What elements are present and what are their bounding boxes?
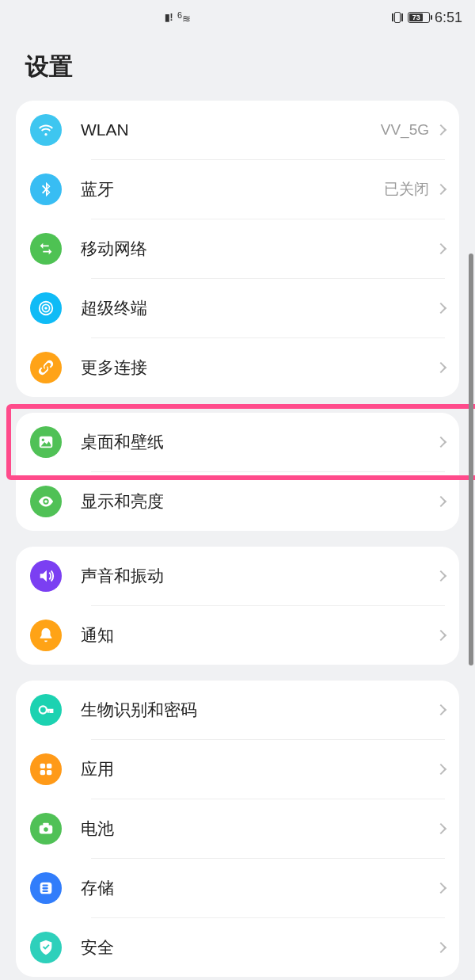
clock: 6:51	[435, 10, 462, 26]
chevron-right-icon	[435, 243, 446, 254]
row-label: 移动网络	[81, 238, 437, 260]
settings-row-biometrics-password[interactable]: 生物识别和密码	[16, 681, 459, 739]
settings-row-super-device[interactable]: 超级终端	[16, 279, 459, 337]
settings-group: 生物识别和密码 应用 电池 存储	[16, 681, 459, 977]
chevron-right-icon	[435, 823, 446, 834]
row-label: 桌面和壁纸	[81, 431, 437, 453]
key-icon	[30, 694, 62, 726]
image-icon	[30, 426, 62, 458]
page-header: 设置	[0, 35, 475, 101]
status-bar: ▮! 6≋ 73 6:51	[0, 0, 475, 35]
settings-row-home-wallpaper[interactable]: 桌面和壁纸	[16, 413, 459, 471]
row-label: 声音和振动	[81, 565, 437, 587]
row-label: 安全	[81, 936, 437, 959]
bell-icon	[30, 620, 62, 651]
link-icon	[30, 352, 62, 383]
row-value: VV_5G	[381, 121, 429, 139]
row-label: 超级终端	[81, 297, 437, 319]
settings-row-mobile-network[interactable]: 移动网络	[16, 219, 459, 278]
sim-alert-icon: ▮!	[163, 11, 174, 24]
settings-group: 桌面和壁纸 显示和亮度	[16, 413, 459, 531]
row-label: 更多连接	[81, 357, 437, 379]
settings-row-battery[interactable]: 电池	[16, 799, 459, 858]
stack-icon	[30, 872, 62, 904]
grid-icon	[30, 753, 62, 785]
arrows-icon	[30, 233, 62, 265]
settings-row-display-brightness[interactable]: 显示和亮度	[16, 472, 459, 531]
settings-row-security[interactable]: 安全	[16, 918, 459, 977]
eye-icon	[30, 486, 62, 517]
settings-row-more-connections[interactable]: 更多连接	[16, 338, 459, 397]
bluetooth-icon	[30, 174, 62, 205]
chevron-right-icon	[435, 883, 446, 894]
status-right: 73 6:51	[392, 10, 462, 26]
settings-row-storage[interactable]: 存储	[16, 859, 459, 917]
settings-row-sound-vibration[interactable]: 声音和振动	[16, 547, 459, 605]
battery-icon: 73	[408, 12, 430, 23]
chevron-right-icon	[435, 704, 446, 715]
settings-row-apps[interactable]: 应用	[16, 740, 459, 799]
chevron-right-icon	[435, 303, 446, 314]
status-left: ▮! 6≋	[13, 10, 392, 25]
camera-icon	[30, 813, 62, 845]
settings-row-notifications[interactable]: 通知	[16, 606, 459, 665]
chevron-right-icon	[435, 496, 446, 507]
shield-icon	[30, 932, 62, 963]
row-label: 通知	[81, 624, 437, 646]
vibrate-icon	[392, 12, 403, 23]
row-label: 存储	[81, 877, 437, 899]
row-value: 已关闭	[384, 179, 429, 200]
chevron-right-icon	[435, 184, 446, 195]
settings-row-wlan[interactable]: WLAN VV_5G	[16, 101, 459, 159]
chevron-right-icon	[435, 942, 446, 953]
page-title: 设置	[25, 51, 450, 83]
chevron-right-icon	[435, 124, 446, 135]
speaker-icon	[30, 560, 62, 592]
row-label: 生物识别和密码	[81, 699, 437, 721]
wifi-indicator-icon: 6≋	[177, 10, 191, 25]
settings-group: 声音和振动 通知	[16, 547, 459, 665]
settings-list: WLAN VV_5G 蓝牙 已关闭 移动网络 超级终端	[0, 101, 475, 977]
row-label: 应用	[81, 758, 437, 780]
chevron-right-icon	[435, 764, 446, 775]
wifi-icon	[30, 114, 62, 146]
scroll-indicator[interactable]	[469, 254, 473, 665]
target-icon	[30, 292, 62, 324]
settings-row-bluetooth[interactable]: 蓝牙 已关闭	[16, 160, 459, 219]
settings-group: WLAN VV_5G 蓝牙 已关闭 移动网络 超级终端	[16, 101, 459, 397]
chevron-right-icon	[435, 362, 446, 373]
row-label: 电池	[81, 818, 437, 840]
chevron-right-icon	[435, 437, 446, 448]
row-label: 蓝牙	[81, 178, 384, 200]
chevron-right-icon	[435, 570, 446, 582]
row-label: 显示和亮度	[81, 490, 437, 513]
chevron-right-icon	[435, 630, 446, 641]
row-label: WLAN	[81, 120, 381, 139]
